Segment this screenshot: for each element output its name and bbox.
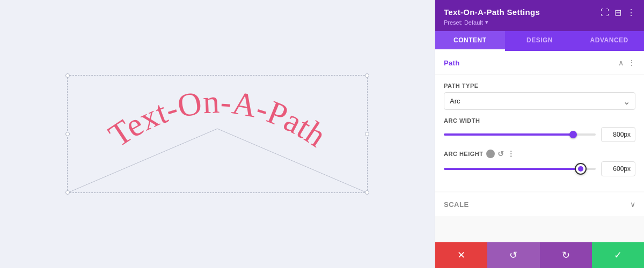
path-section-title: Path [444,59,459,67]
panel-body: Path ∧ ⋮ Path Type Arc Circle [435,51,644,242]
tab-content[interactable]: Content [435,31,505,51]
path-type-label: Path Type [444,83,635,89]
columns-icon[interactable]: ⊟ [614,8,621,18]
arc-width-slider-row [444,127,635,142]
corner-handle-tl[interactable] [65,73,70,78]
arc-height-value[interactable] [601,161,635,176]
arc-height-track[interactable] [444,168,596,170]
redo-button[interactable]: ↻ [540,242,592,268]
arc-width-row: Arc Width [444,117,635,142]
arc-height-fill [444,168,581,170]
collapse-icon[interactable]: ∧ [618,58,624,67]
arc-height-row: Arc Height ? ↺ ⋮ [444,150,635,176]
path-type-row: Path Type Arc Circle Wave Line ⌄ [444,83,635,110]
panel-header: Text-On-A-Path Settings Preset: Default … [435,0,644,31]
text-path-svg: Text-On-A-Path [68,76,367,192]
arc-width-fill [444,133,573,136]
cursor-dot [578,166,583,172]
text-container[interactable]: Text-On-A-Path [67,75,368,193]
bottom-toolbar: ✕ ↺ ↻ ✓ [435,242,644,268]
arc-height-thumb[interactable] [575,163,587,175]
arc-height-reset-icon[interactable]: ↺ [497,150,504,158]
arc-width-track[interactable] [444,133,596,136]
arc-width-label: Arc Width [444,117,635,124]
arc-height-more-icon[interactable]: ⋮ [507,150,515,158]
arc-height-help-icon[interactable]: ? [486,150,495,158]
arc-width-value[interactable] [601,127,635,142]
corner-handle-ml[interactable] [65,132,70,136]
more-options-icon[interactable]: ⋮ [627,8,635,18]
settings-panel: Text-On-A-Path Settings Preset: Default … [435,0,644,268]
arc-height-icons: ? ↺ ⋮ [486,150,515,158]
tabs-bar: Content Design Advanced [435,31,644,51]
panel-title: Text-On-A-Path Settings [444,8,540,17]
canvas-area: Text-On-A-Path [0,0,435,268]
panel-header-icons: ⛶ ⊟ ⋮ [601,8,635,18]
redo-icon: ↻ [562,249,570,261]
corner-handle-br[interactable] [365,190,369,195]
corner-handle-bl[interactable] [65,190,70,195]
cancel-icon: ✕ [457,249,465,261]
reset-icon: ↺ [509,249,517,261]
corner-handle-mr[interactable] [365,132,369,136]
path-section: Path ∧ ⋮ Path Type Arc Circle [435,51,644,191]
scale-expand-icon[interactable]: ∨ [630,200,635,209]
arc-height-slider-row [444,161,635,176]
tab-advanced[interactable]: Advanced [574,31,644,51]
svg-text:Text-On-A-Path: Text-On-A-Path [102,83,333,154]
tab-design[interactable]: Design [505,31,575,51]
path-section-controls: ∧ ⋮ [618,58,635,67]
scale-section: Scale ∨ [435,192,644,216]
path-more-icon[interactable]: ⋮ [628,58,635,67]
path-type-select-wrapper: Arc Circle Wave Line ⌄ [444,92,635,110]
path-section-body: Path Type Arc Circle Wave Line ⌄ [435,75,644,191]
arc-height-label: Arc Height ? ↺ ⋮ [444,150,635,158]
scale-section-title: Scale [444,200,469,209]
arc-width-thumb[interactable] [569,131,577,138]
cancel-button[interactable]: ✕ [435,242,487,268]
scale-section-header[interactable]: Scale ∨ [435,192,644,216]
panel-title-section: Text-On-A-Path Settings Preset: Default … [444,8,540,26]
corner-handle-tr[interactable] [365,73,369,78]
confirm-icon: ✓ [614,249,622,261]
path-section-header[interactable]: Path ∧ ⋮ [435,51,644,75]
panel-preset[interactable]: Preset: Default ▾ [444,19,540,26]
confirm-button[interactable]: ✓ [592,242,644,268]
path-type-select[interactable]: Arc Circle Wave Line [444,92,635,110]
reset-button[interactable]: ↺ [487,242,539,268]
fullscreen-icon[interactable]: ⛶ [601,8,609,18]
